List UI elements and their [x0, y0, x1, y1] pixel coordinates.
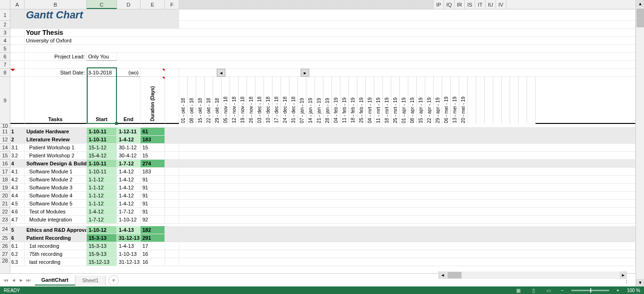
col-A[interactable]: A — [10, 0, 25, 9]
row-11[interactable]: 11 — [0, 128, 10, 136]
date-label: 24 - dec - 18 — [282, 96, 288, 124]
col-C[interactable]: C — [87, 0, 117, 9]
row-15[interactable]: 15 — [0, 152, 10, 160]
date-label: 31 - dec - 18 — [291, 96, 296, 124]
row-4[interactable]: 4 — [0, 37, 10, 45]
row-2[interactable]: 2 — [0, 21, 10, 29]
date-col: 17 - dec - 18 — [272, 77, 281, 124]
task-row[interactable]: 4.5Software Module 51-1-121-4-1291 — [10, 200, 636, 208]
date-col: 07 - jan - 19 — [298, 77, 306, 124]
row-8[interactable]: 8 — [0, 69, 10, 77]
col-IS[interactable]: IS — [465, 0, 475, 9]
date-label: 10 - dec - 18 — [265, 96, 271, 124]
task-row[interactable]: 4.2Software Module 21-1-121-4-1291 — [10, 176, 636, 184]
zoom-in-button[interactable]: + — [615, 288, 621, 293]
row-19[interactable]: 19 — [0, 184, 10, 192]
date-label: 08 - okt - 18 — [189, 97, 194, 124]
row-7[interactable]: 7 — [0, 61, 10, 69]
col-IU[interactable]: IU — [486, 0, 496, 9]
view-page-icon[interactable]: ▯ — [529, 287, 538, 294]
row-10[interactable]: 10 — [0, 124, 10, 128]
col-IR[interactable]: IR — [454, 0, 465, 9]
task-name: Patient Recording — [25, 234, 87, 242]
col-B[interactable]: B — [25, 0, 87, 9]
task-row[interactable]: 6.3last recording15-12-1331-12-1316 — [10, 258, 636, 266]
task-row[interactable]: 4.6Test of Modules1-4-121-7-1291 — [10, 208, 636, 216]
tab-prev-icon[interactable]: ◄ — [11, 278, 16, 283]
col-IQ[interactable]: IQ — [444, 0, 454, 9]
vscroll-thumb[interactable] — [636, 8, 644, 27]
row-28[interactable]: 28 — [0, 258, 10, 263]
col-IT[interactable]: IT — [475, 0, 486, 9]
task-row[interactable]: 4Software Design & Build1-10-111-7-12274 — [10, 160, 636, 168]
task-name: last recording — [25, 258, 87, 266]
hscroll-thumb[interactable] — [447, 272, 462, 278]
vertical-scrollbar[interactable]: ▲ ▼ — [636, 0, 644, 286]
tab-first-icon[interactable]: ⏮ — [4, 278, 8, 283]
task-row[interactable]: 3.1Patient Workshop 115-1-1230-1-1215 — [10, 144, 636, 152]
vscroll-up-icon[interactable]: ▲ — [636, 0, 644, 8]
row-26[interactable]: 26 — [0, 242, 10, 250]
scroll-right-icon[interactable]: ► — [301, 69, 309, 77]
hscroll-left-icon[interactable]: ◄ — [439, 271, 446, 279]
spreadsheet-grid[interactable]: Gantt Chart Your Thesis University of Ox… — [10, 9, 636, 273]
task-num: 1 — [10, 128, 25, 136]
row-16[interactable]: 16 — [0, 160, 10, 168]
task-row[interactable]: 6.275th recording15-9-131-10-1316 — [10, 250, 636, 258]
task-row[interactable]: 2Literature Review1-10-111-4-12183 — [10, 136, 636, 144]
col-IV[interactable]: IV — [496, 0, 506, 9]
row-3[interactable]: 3 — [0, 29, 10, 37]
task-row[interactable]: 4.1Software Module 11-10-111-4-12183 — [10, 168, 636, 176]
date-label: 07 - jan - 19 — [299, 97, 305, 124]
row-1[interactable]: 1 — [0, 9, 10, 21]
hscroll-right-icon[interactable]: ► — [619, 271, 627, 279]
row-20[interactable]: 20 — [0, 192, 10, 200]
task-row[interactable]: 1Update Hardware1-10-111-12-1161 — [10, 128, 636, 136]
row-21[interactable]: 21 — [0, 200, 10, 208]
add-sheet-button[interactable]: + — [108, 275, 119, 286]
task-row[interactable]: 4.7Module integration1-7-121-10-1292 — [10, 216, 636, 224]
task-row[interactable]: 4.3Software Module 31-1-121-4-1291 — [10, 184, 636, 192]
scroll-left-icon[interactable]: ◄ — [217, 69, 225, 77]
select-all-corner[interactable] — [0, 0, 10, 9]
row-6[interactable]: 6 — [0, 53, 10, 61]
date-col: 10 - dec - 18 — [264, 77, 272, 124]
row-23[interactable]: 23 — [0, 216, 10, 224]
tab-next-icon[interactable]: ► — [19, 278, 24, 283]
task-duration: 91 — [140, 176, 165, 184]
col-IP[interactable]: IP — [434, 0, 444, 9]
row-18[interactable]: 18 — [0, 176, 10, 184]
task-row[interactable]: 6Patient Recording15-3-1331-12-13291 — [10, 234, 636, 242]
col-F[interactable]: F — [165, 0, 179, 9]
row-9[interactable]: 9 — [0, 77, 10, 124]
vscroll-down-icon[interactable]: ▼ — [636, 279, 644, 286]
row-17[interactable]: 17 — [0, 168, 10, 176]
task-row[interactable]: 6.11st recording15-3-131-4-1317 — [10, 242, 636, 250]
row-22[interactable]: 22 — [0, 208, 10, 216]
row-12[interactable]: 12 — [0, 136, 10, 144]
horizontal-scrollbar[interactable]: ◄ ► — [438, 271, 627, 279]
date-col: 11 - feb - 19 — [340, 77, 349, 124]
tab-sheet1[interactable]: Sheet1 — [75, 276, 106, 285]
task-name: Literature Review — [25, 136, 87, 144]
date-col: 06 - mei - 19 — [442, 77, 451, 124]
view-normal-icon[interactable]: ▦ — [514, 287, 523, 294]
zoom-slider[interactable] — [571, 290, 609, 291]
row-25[interactable]: 25 — [0, 234, 10, 242]
row-27[interactable]: 27 — [0, 250, 10, 258]
row-24[interactable]: 24 — [0, 224, 10, 234]
task-start: 1-1-12 — [87, 176, 117, 184]
row-14[interactable]: 14 — [0, 144, 10, 152]
col-D[interactable]: D — [117, 0, 140, 9]
zoom-out-button[interactable]: − — [559, 288, 566, 293]
task-row[interactable]: 4.4Software Module 41-1-121-4-1291 — [10, 192, 636, 200]
tab-ganttchart[interactable]: GanttChart — [35, 275, 75, 286]
date-label: 20 - mei - 19 — [461, 96, 466, 124]
view-break-icon[interactable]: ▭ — [544, 287, 553, 294]
date-col: 18 - mrt - 19 — [383, 77, 391, 124]
tab-last-icon[interactable]: ⏭ — [26, 278, 31, 283]
task-row[interactable]: 5Ethics and R&D Approvals1-10-121-4-1318… — [10, 226, 636, 234]
task-row[interactable]: 3.2Patient Workshop 215-4-1230-4-1215 — [10, 152, 636, 160]
row-5[interactable]: 5 — [0, 45, 10, 53]
col-E[interactable]: E — [140, 0, 165, 9]
